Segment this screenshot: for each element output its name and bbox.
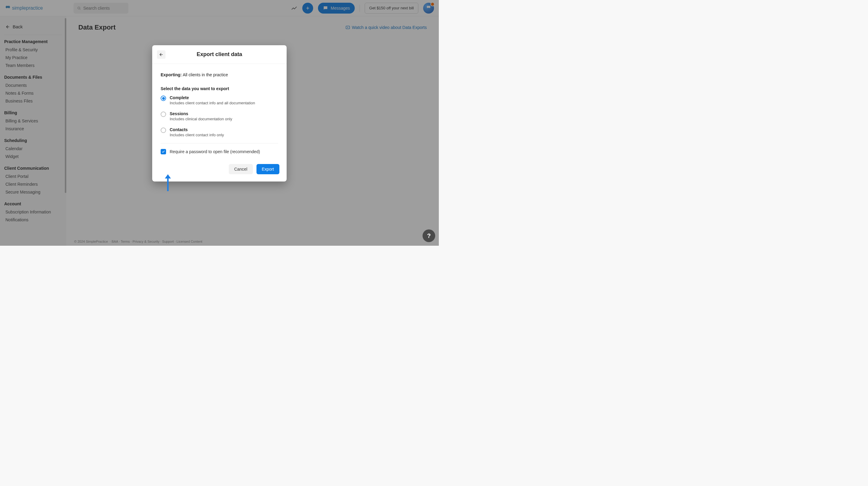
option-desc: Includes clinical documentation only xyxy=(170,117,232,121)
export-button[interactable]: Export xyxy=(256,164,279,174)
export-option[interactable]: SessionsIncludes clinical documentation … xyxy=(161,111,278,121)
help-button[interactable]: ? xyxy=(423,230,435,242)
radio-button[interactable] xyxy=(161,127,166,133)
exporting-scope: Exporting: All clients in the practice xyxy=(161,72,278,77)
help-glyph: ? xyxy=(427,233,431,239)
modal-back-button[interactable] xyxy=(157,50,165,59)
exporting-value: All clients in the practice xyxy=(183,72,228,77)
option-title: Sessions xyxy=(170,111,232,116)
radio-button[interactable] xyxy=(161,96,166,101)
modal-header: Export client data xyxy=(152,45,287,64)
select-data-label: Select the data you want to export xyxy=(161,86,278,91)
option-desc: Includes client contact info only xyxy=(170,133,224,137)
arrow-left-icon xyxy=(159,52,164,57)
option-desc: Includes client contact info and all doc… xyxy=(170,101,255,105)
export-option[interactable]: ContactsIncludes client contact info onl… xyxy=(161,127,278,137)
password-checkbox-row[interactable]: Require a password to open file (recomme… xyxy=(161,149,278,154)
password-checkbox[interactable] xyxy=(161,149,166,154)
divider xyxy=(161,143,278,144)
option-title: Complete xyxy=(170,95,255,100)
check-icon xyxy=(161,150,165,153)
modal-footer: Cancel Export xyxy=(152,157,287,182)
cancel-button[interactable]: Cancel xyxy=(229,164,253,174)
radio-button[interactable] xyxy=(161,112,166,117)
password-label: Require a password to open file (recomme… xyxy=(170,149,260,154)
modal-title: Export client data xyxy=(196,51,242,58)
exporting-label: Exporting: xyxy=(161,72,182,77)
export-modal: Export client data Exporting: All client… xyxy=(152,45,287,182)
option-title: Contacts xyxy=(170,127,224,132)
export-option[interactable]: CompleteIncludes client contact info and… xyxy=(161,95,278,105)
modal-overlay: Export client data Exporting: All client… xyxy=(0,0,439,246)
modal-body: Exporting: All clients in the practice S… xyxy=(152,64,287,157)
